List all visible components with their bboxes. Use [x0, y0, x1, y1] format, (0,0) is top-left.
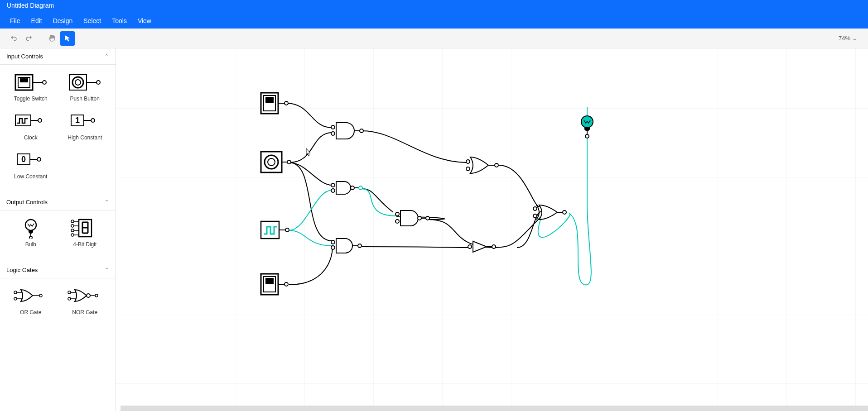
palette-label: NOR Gate [72, 309, 97, 315]
menu-select[interactable]: Select [78, 14, 106, 28]
svg-point-89 [533, 207, 537, 210]
node-clock[interactable] [261, 221, 289, 239]
redo-button[interactable] [22, 31, 36, 46]
section-title: Output Controls [6, 199, 48, 206]
svg-point-67 [360, 129, 363, 133]
section-output-controls[interactable]: Output Controls ⌃ [0, 194, 116, 210]
chevron-up-icon: ⌃ [104, 53, 109, 60]
svg-point-68 [331, 183, 335, 187]
svg-point-69 [331, 189, 335, 192]
canvas-area[interactable] [116, 48, 868, 411]
svg-point-72 [359, 186, 362, 190]
svg-rect-10 [15, 115, 31, 126]
svg-point-34 [14, 297, 17, 300]
section-logic-gates[interactable]: Logic Gates ⌃ [0, 262, 116, 278]
svg-point-77 [395, 212, 399, 216]
diagram-svg[interactable] [116, 48, 868, 411]
svg-point-12 [38, 119, 42, 122]
node-or-gate[interactable] [466, 157, 498, 173]
pan-tool-button[interactable] [45, 31, 59, 46]
svg-point-40 [68, 297, 71, 300]
svg-point-76 [358, 244, 362, 248]
svg-point-45 [95, 294, 98, 297]
push-button-icon [67, 71, 103, 94]
palette-label: Low Constant [14, 173, 47, 180]
svg-point-63 [285, 282, 288, 286]
select-tool-button[interactable] [60, 31, 75, 46]
palette-four-bit-digit[interactable]: 4-Bit Digit [58, 217, 112, 248]
svg-point-27 [71, 234, 74, 236]
svg-point-25 [71, 225, 74, 227]
svg-rect-61 [265, 278, 274, 284]
svg-point-6 [72, 77, 83, 88]
separator [41, 33, 41, 44]
menu-edit[interactable]: Edit [26, 14, 48, 28]
zoom-dropdown[interactable]: 74% ⌄ [839, 35, 862, 42]
svg-point-50 [285, 101, 288, 105]
node-xor-gate[interactable] [533, 205, 566, 220]
chevron-up-icon: ⌃ [104, 267, 109, 273]
palette-label: OR Gate [20, 309, 41, 315]
node-toggle-switch-2[interactable] [261, 274, 288, 295]
svg-point-65 [331, 132, 335, 135]
or-gate-icon [13, 285, 49, 307]
palette-clock[interactable]: Clock [4, 110, 58, 141]
palette-high-constant[interactable]: 1 High Constant [58, 110, 112, 141]
low-constant-icon: 0 [13, 149, 49, 172]
node-toggle-switch-1[interactable] [261, 93, 288, 114]
nor-gate-icon [67, 285, 103, 307]
svg-point-74 [331, 246, 335, 249]
chevron-down-icon: ⌄ [852, 35, 857, 42]
svg-point-78 [395, 220, 399, 223]
palette-bulb[interactable]: Bulb [4, 217, 58, 248]
horizontal-scrollbar[interactable] [121, 406, 868, 411]
svg-point-73 [331, 240, 335, 244]
menu-bar: File Edit Design Select Tools View [0, 13, 868, 29]
toggle-switch-icon [13, 71, 49, 94]
svg-point-9 [96, 81, 100, 84]
svg-point-92 [563, 210, 566, 214]
menu-tools[interactable]: Tools [106, 14, 132, 28]
palette-or-gate[interactable]: OR Gate [4, 285, 58, 315]
svg-rect-2 [20, 78, 28, 82]
svg-point-81 [426, 216, 429, 220]
svg-point-70 [351, 186, 354, 190]
component-palette-sidebar[interactable]: Input Controls ⌃ Toggle Switch Push Butt… [0, 48, 116, 411]
node-buffer-gate[interactable] [468, 241, 496, 252]
svg-point-58 [285, 228, 289, 232]
palette-nor-gate[interactable]: NOR Gate [58, 285, 112, 315]
zoom-value: 74% [839, 35, 850, 42]
undo-button[interactable] [6, 31, 21, 46]
svg-point-26 [71, 229, 74, 232]
palette-low-constant[interactable]: 0 Low Constant [4, 149, 58, 180]
menu-design[interactable]: Design [48, 14, 78, 28]
svg-text:1: 1 [75, 116, 80, 125]
svg-point-16 [91, 119, 95, 122]
menu-view[interactable]: View [132, 14, 157, 28]
menu-file[interactable]: File [5, 14, 26, 28]
node-and-gate-1[interactable] [331, 123, 363, 139]
svg-rect-48 [265, 97, 274, 103]
svg-point-4 [43, 81, 46, 84]
node-nand-gate-2[interactable] [395, 210, 429, 226]
svg-text:0: 0 [21, 155, 26, 164]
palette-label: Clock [24, 134, 38, 141]
palette-toggle-switch[interactable]: Toggle Switch [4, 71, 58, 102]
clock-icon [13, 110, 49, 133]
svg-point-7 [75, 80, 81, 85]
svg-point-20 [37, 158, 41, 161]
node-push-button[interactable] [261, 152, 291, 172]
node-bulb-output[interactable] [581, 116, 593, 138]
node-nand-gate-1[interactable] [331, 182, 362, 194]
high-constant-icon: 1 [67, 110, 103, 133]
svg-point-55 [287, 160, 291, 164]
section-input-controls[interactable]: Input Controls ⌃ [0, 48, 116, 65]
svg-point-82 [466, 160, 470, 163]
palette-label: Toggle Switch [14, 96, 48, 102]
svg-point-23 [29, 236, 32, 239]
svg-point-64 [331, 125, 335, 129]
svg-point-39 [68, 291, 71, 294]
node-and-gate-2[interactable] [331, 239, 362, 253]
section-title: Input Controls [6, 53, 43, 60]
palette-push-button[interactable]: Push Button [58, 71, 112, 102]
